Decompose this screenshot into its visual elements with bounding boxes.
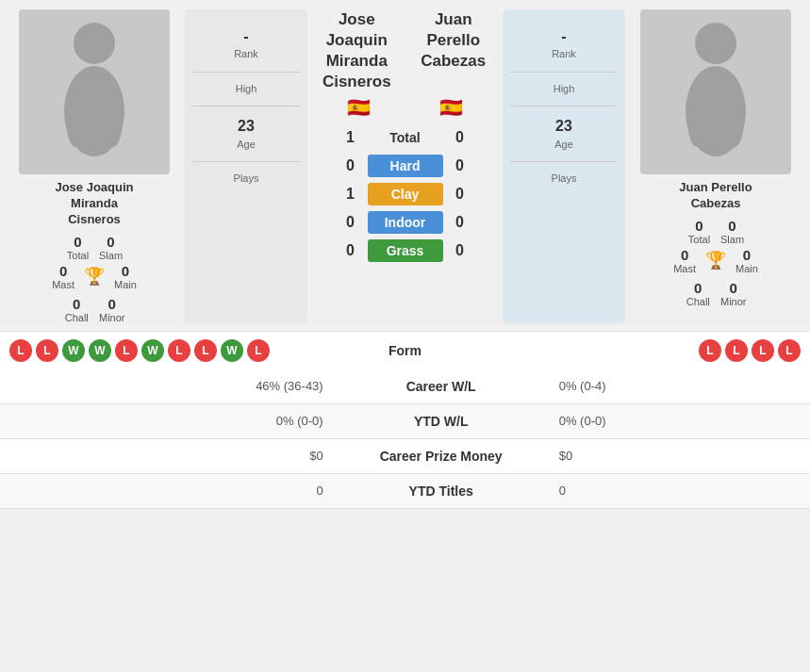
player1-chall-label: Chall — [65, 312, 89, 323]
player2-chall-stat: 0 Chall — [685, 280, 711, 307]
player1-main-stat: 0 Main — [114, 263, 137, 290]
player2-age-row: 23 Age — [510, 107, 618, 162]
career-wl-p2: 0% (0-4) — [545, 369, 810, 404]
player2-card: Juan Perello Cabezas 0 Total 0 Slam 0 Ma… — [631, 9, 801, 323]
career-prize-p2: $0 — [545, 438, 810, 473]
player1-age-row: 23 Age — [192, 107, 300, 162]
form-label: Form — [330, 343, 481, 358]
player2-plays-label: Plays — [510, 172, 618, 186]
stats-table: 46% (36-43) Career W/L 0% (0-4) 0% (0-0)… — [0, 369, 810, 509]
form-badge: W — [141, 339, 164, 362]
player2-total-stat: 0 Total — [687, 218, 711, 245]
player2-detail-card: - Rank High 23 Age Plays — [503, 9, 625, 323]
indoor-label: Indoor — [368, 211, 443, 234]
form-badge: L — [115, 339, 138, 362]
form-section: LLWWLWLLWL Form LLLL — [0, 331, 810, 369]
player2-slam-stat: 0 Slam — [720, 218, 744, 245]
player1-total-label: Total — [67, 250, 89, 261]
flags-row: 🇪🇸 🇪🇸 — [313, 96, 497, 119]
ytd-titles-p2: 0 — [545, 473, 810, 508]
player1-slam-value: 0 — [107, 234, 114, 250]
player2-slam-label: Slam — [720, 234, 744, 245]
player2-rank-label: Rank — [510, 47, 618, 61]
ytd-titles-p1: 0 — [0, 473, 338, 508]
player1-high-row: High — [192, 73, 300, 107]
career-wl-row: 46% (36-43) Career W/L 0% (0-4) — [0, 369, 810, 404]
svg-point-0 — [74, 23, 115, 64]
player1-trophy-row: 0 Mast 🏆 0 Main — [52, 263, 137, 290]
career-prize-label: Career Prize Money — [338, 438, 545, 473]
player2-rank-value: - — [510, 26, 618, 47]
p1-total-score: 1 — [341, 129, 360, 146]
player2-main-value: 0 — [743, 247, 751, 263]
p1-indoor-score: 0 — [341, 214, 360, 231]
form-badge: W — [89, 339, 111, 362]
player1-top-name: Jose Joaquin Miranda Cisneros — [313, 9, 401, 92]
career-wl-p1: 46% (36-43) — [0, 369, 338, 404]
player2-minor-stat: 0 Minor — [720, 280, 747, 307]
player1-silhouette — [47, 17, 141, 168]
player1-plays-label: Plays — [192, 172, 300, 186]
total-score-row: 1 Total 0 — [341, 126, 470, 149]
p1-clay-score: 1 — [341, 186, 360, 203]
form-badge: L — [194, 339, 217, 362]
player1-mast-label: Mast — [52, 279, 74, 290]
ytd-wl-row: 0% (0-0) YTD W/L 0% (0-0) — [0, 403, 810, 438]
player1-main-value: 0 — [122, 263, 129, 279]
p2-indoor-score: 0 — [451, 214, 470, 231]
trophy-icon: 🏆 — [84, 266, 105, 287]
form-badge: L — [725, 339, 748, 362]
player1-rank-value: - — [192, 26, 300, 47]
player2-silhouette — [669, 17, 763, 168]
player1-photo — [19, 9, 170, 174]
top-section: Jose Joaquin Miranda Cisneros 0 Total 0 … — [0, 0, 810, 323]
career-prize-p1: $0 — [0, 438, 338, 473]
player2-plays-row: Plays — [510, 162, 618, 195]
player1-minor-stat: 0 Minor — [99, 296, 125, 323]
p2-grass-score: 0 — [451, 242, 470, 259]
player2-main-label: Main — [736, 263, 758, 274]
ytd-wl-label: YTD W/L — [338, 403, 545, 438]
player1-mast-stat: 0 Mast — [52, 263, 74, 290]
player2-form-badges: LLLL — [481, 339, 802, 362]
player1-total-stat: 0 Total — [66, 234, 90, 261]
grass-label: Grass — [368, 239, 443, 262]
player1-flag: 🇪🇸 — [347, 96, 371, 119]
player2-high-row: High — [510, 73, 618, 107]
player2-trophy-row: 0 Mast 🏆 0 Main — [673, 247, 758, 274]
player2-mast-stat: 0 Mast — [673, 247, 696, 274]
player2-top-name: Juan Perello Cabezas — [410, 9, 498, 92]
total-label: Total — [368, 126, 443, 149]
player1-chall-value: 0 — [73, 296, 80, 312]
player2-minor-label: Minor — [720, 296, 747, 307]
form-badge: L — [9, 339, 32, 362]
player1-name: Jose Joaquin Miranda Cisneros — [55, 180, 133, 228]
player1-stats: 0 Total 0 Slam — [66, 234, 123, 261]
ytd-titles-row: 0 YTD Titles 0 — [0, 473, 810, 508]
svg-point-2 — [66, 90, 85, 147]
player2-chall-value: 0 — [694, 280, 702, 296]
indoor-score-row: 0 Indoor 0 — [341, 211, 470, 234]
player1-age-value: 23 — [192, 116, 300, 137]
player1-minor-label: Minor — [99, 312, 125, 323]
names-middle: Jose Joaquin Miranda Cisneros Juan Perel… — [313, 9, 497, 323]
player2-mast-label: Mast — [673, 263, 696, 274]
form-badge: W — [62, 339, 85, 362]
form-badge: L — [168, 339, 190, 362]
clay-label: Clay — [368, 183, 443, 205]
p1-grass-score: 0 — [341, 242, 360, 259]
p2-hard-score: 0 — [451, 157, 470, 174]
player1-slam-stat: 0 Slam — [99, 234, 123, 261]
player2-stats: 0 Total 0 Slam — [687, 218, 744, 245]
player2-rank-row: - Rank — [510, 17, 618, 73]
svg-point-3 — [104, 90, 123, 147]
hard-score-row: 0 Hard 0 — [341, 155, 470, 177]
form-badge: L — [752, 339, 774, 362]
names-header: Jose Joaquin Miranda Cisneros Juan Perel… — [313, 9, 497, 92]
clay-score-row: 1 Clay 0 — [341, 183, 470, 205]
player2-photo — [640, 9, 791, 174]
trophy2-icon: 🏆 — [705, 250, 726, 270]
hard-label: Hard — [368, 155, 443, 177]
player1-plays-row: Plays — [192, 162, 300, 195]
form-badge: L — [247, 339, 270, 362]
